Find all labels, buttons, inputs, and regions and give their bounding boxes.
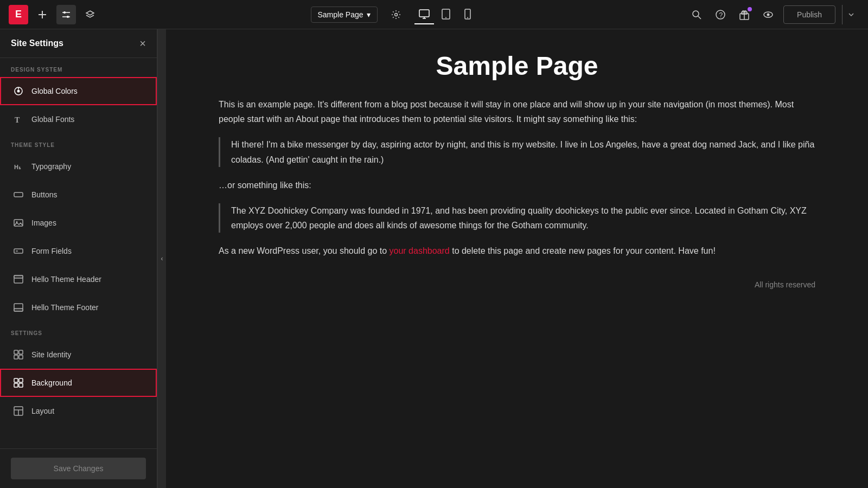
svg-point-15 <box>693 11 699 17</box>
svg-point-3 <box>63 11 66 14</box>
hello-theme-footer-label: Hello Theme Footer <box>31 303 98 312</box>
sidebar-item-layout[interactable]: Layout <box>0 397 157 425</box>
hello-theme-header-label: Hello Theme Header <box>31 275 101 284</box>
svg-rect-30 <box>14 220 23 226</box>
sidebar-footer: Save Changes <box>0 448 157 488</box>
global-colors-icon <box>12 85 25 98</box>
svg-rect-38 <box>14 350 18 354</box>
svg-rect-37 <box>14 309 23 311</box>
preview-footer: All rights reserved <box>219 280 815 289</box>
svg-text:H₁: H₁ <box>14 164 21 170</box>
page-settings-button[interactable] <box>386 5 406 24</box>
svg-rect-41 <box>19 355 23 359</box>
sidebar-item-site-identity[interactable]: Site Identity <box>0 341 157 369</box>
topbar: E Sample Page ▾ <box>0 0 868 29</box>
gift-button[interactable] <box>736 6 753 23</box>
plus-icon <box>37 10 47 20</box>
preview-area: Sample Page This is an example page. It'… <box>166 29 868 488</box>
topbar-right: ? Publish <box>688 5 859 24</box>
svg-line-16 <box>698 16 701 19</box>
sidebar-item-typography[interactable]: H₁ Typography <box>0 152 157 181</box>
svg-point-12 <box>445 17 446 18</box>
page-selector[interactable]: Sample Page ▾ <box>311 7 378 23</box>
sidebar-content: DESIGN SYSTEM Global Colors T <box>0 58 157 448</box>
eye-icon <box>763 9 774 20</box>
theme-style-label: THEME STYLE <box>0 133 157 152</box>
global-fonts-icon: T <box>12 113 25 126</box>
svg-rect-32 <box>14 249 23 253</box>
design-system-label: DESIGN SYSTEM <box>0 58 157 77</box>
publish-button[interactable]: Publish <box>783 5 835 24</box>
dashboard-link[interactable]: your dashboard <box>390 246 450 255</box>
desktop-view-button[interactable] <box>414 5 434 24</box>
global-colors-label: Global Colors <box>31 87 78 95</box>
sidebar-item-hello-theme-footer[interactable]: Hello Theme Footer <box>0 293 157 322</box>
mobile-view-button[interactable] <box>458 5 477 24</box>
tablet-icon <box>440 8 452 20</box>
layers-button[interactable] <box>80 5 100 24</box>
hello-theme-header-icon <box>12 273 25 286</box>
search-icon <box>691 9 702 20</box>
svg-point-14 <box>467 17 468 18</box>
tablet-view-button[interactable] <box>436 5 456 24</box>
sidebar-item-global-fonts[interactable]: T Global Fonts <box>0 105 157 133</box>
mobile-icon <box>462 8 474 20</box>
page-selector-dropdown-icon: ▾ <box>367 10 371 19</box>
svg-point-7 <box>394 13 397 16</box>
buttons-label: Buttons <box>31 190 57 199</box>
preview-button[interactable] <box>760 6 777 23</box>
hello-theme-footer-icon <box>12 301 25 314</box>
topbar-center: Sample Page ▾ <box>106 5 681 24</box>
svg-point-5 <box>67 16 69 18</box>
help-button[interactable]: ? <box>712 6 729 23</box>
topbar-left: E <box>9 5 100 24</box>
collapse-sidebar-button[interactable]: ‹ <box>157 29 166 488</box>
collapse-icon: ‹ <box>161 255 163 262</box>
images-icon <box>12 216 25 229</box>
sidebar-item-background[interactable]: Background <box>0 369 157 397</box>
footer-text: All rights reserved <box>755 280 815 289</box>
svg-text:?: ? <box>719 11 723 19</box>
sidebar-item-hello-theme-header[interactable]: Hello Theme Header <box>0 265 157 293</box>
notification-dot <box>748 7 752 11</box>
svg-point-23 <box>767 13 770 16</box>
svg-marker-6 <box>86 11 94 15</box>
svg-text:T: T <box>15 116 20 124</box>
svg-rect-43 <box>19 378 23 382</box>
preview-body: This is an example page. It's different … <box>219 97 815 259</box>
device-icons <box>414 5 477 24</box>
images-label: Images <box>31 219 56 227</box>
sliders-icon <box>61 10 71 20</box>
preview-blockquote-2-text: The XYZ Doohickey Company was founded in… <box>231 203 815 233</box>
sidebar-item-global-colors[interactable]: Global Colors <box>0 77 157 105</box>
svg-rect-29 <box>14 192 23 197</box>
form-fields-icon <box>12 245 25 258</box>
settings-label: SETTINGS <box>0 322 157 341</box>
svg-rect-40 <box>14 355 18 359</box>
sidebar-item-images[interactable]: Images <box>0 209 157 237</box>
svg-rect-42 <box>14 378 18 382</box>
search-button[interactable] <box>688 6 705 23</box>
svg-rect-8 <box>419 10 429 17</box>
help-icon: ? <box>715 9 726 20</box>
publish-dropdown-button[interactable] <box>842 5 859 24</box>
sidebar-title: Site Settings <box>11 38 63 48</box>
layers-icon <box>85 10 95 20</box>
preview-blockquote-2: The XYZ Doohickey Company was founded in… <box>219 203 815 233</box>
preview-blockquote-1-text: Hi there! I'm a bike messenger by day, a… <box>231 137 815 166</box>
close-button[interactable]: × <box>139 38 146 49</box>
main-area: Site Settings × DESIGN SYSTEM Global Col… <box>0 29 868 488</box>
sidebar-item-form-fields[interactable]: Form Fields <box>0 237 157 265</box>
svg-rect-39 <box>19 350 23 354</box>
add-element-button[interactable] <box>33 5 52 24</box>
buttons-icon <box>12 188 25 201</box>
svg-rect-35 <box>14 275 23 278</box>
sidebar-item-buttons[interactable]: Buttons <box>0 181 157 209</box>
save-changes-button[interactable]: Save Changes <box>11 458 146 479</box>
sidebar: Site Settings × DESIGN SYSTEM Global Col… <box>0 29 157 488</box>
preview-paragraph-2: …or something like this: <box>219 178 815 192</box>
svg-rect-45 <box>19 383 23 387</box>
site-settings-button[interactable] <box>56 5 76 24</box>
global-fonts-label: Global Fonts <box>31 115 74 124</box>
background-label: Background <box>31 378 72 387</box>
